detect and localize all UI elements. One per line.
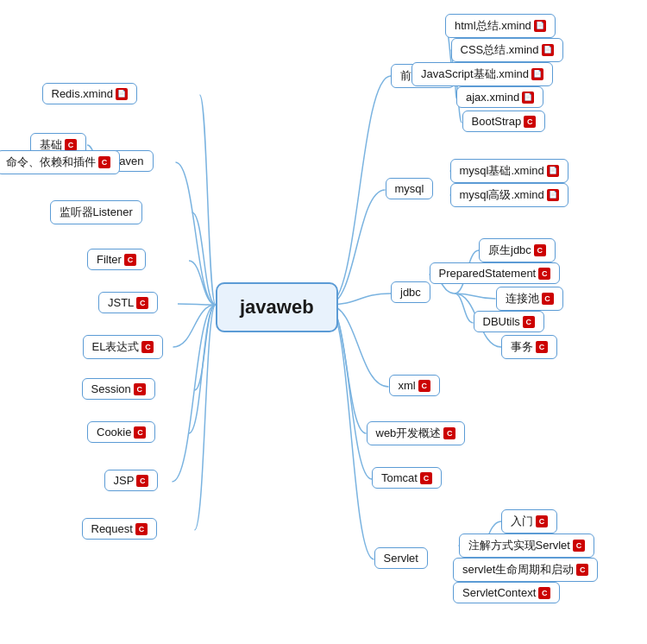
node-servlet-child-3[interactable]: ServletContextC — [453, 582, 560, 603]
node-frontend-child-2[interactable]: JavaScript基础.xmind📄 — [411, 62, 553, 86]
node-filter[interactable]: FilterC — [87, 249, 146, 270]
node-jdbc-child-2[interactable]: 连接池C — [496, 287, 563, 311]
node-tomcat[interactable]: TomcatC — [372, 467, 442, 489]
node-servlet-child-1[interactable]: 注解方式实现ServletC — [459, 534, 594, 558]
node-jdbc-child-4[interactable]: 事务C — [501, 335, 557, 359]
node-servlet-child-0[interactable]: 入门C — [501, 509, 557, 534]
node-frontend-child-0[interactable]: html总结.xmind📄 — [445, 14, 556, 38]
node-redis[interactable]: Redis.xmind📄 — [42, 83, 138, 104]
node-cookie[interactable]: CookieC — [87, 421, 155, 443]
node-frontend-child-4[interactable]: BootStrapC — [462, 110, 546, 132]
node-mysql-child-0[interactable]: mysql基础.xmind📄 — [450, 159, 568, 183]
node-jdbc-child-3[interactable]: DBUtilsC — [474, 311, 544, 332]
node-jsp[interactable]: JSPC — [104, 470, 159, 491]
node-jdbc-child-0[interactable]: 原生jdbcC — [479, 238, 556, 262]
node-jdbc[interactable]: jdbc — [391, 281, 430, 303]
node-el[interactable]: EL表达式C — [83, 335, 164, 359]
node-webdev[interactable]: web开发概述C — [367, 421, 466, 445]
node-session[interactable]: SessionC — [82, 378, 155, 400]
node-jstl[interactable]: JSTLC — [98, 292, 158, 313]
mindmap-container: javaweb前端知识html总结.xmind📄CSS总结.xmind📄Java… — [0, 0, 647, 644]
node-frontend-child-1[interactable]: CSS总结.xmind📄 — [451, 38, 563, 62]
center-node-label: javaweb — [216, 282, 338, 332]
node-jdbc-child-1[interactable]: PreparedStatementC — [430, 262, 561, 284]
node-servlet-child-2[interactable]: servlet生命周期和启动C — [453, 558, 598, 582]
node-request[interactable]: RequestC — [82, 518, 157, 540]
node-xml[interactable]: xmlC — [389, 375, 440, 396]
node-mysql[interactable]: mysql — [386, 178, 434, 199]
node-maven-child-1[interactable]: 命令、依赖和插件C — [0, 150, 120, 174]
node-mysql-child-1[interactable]: mysql高级.xmind📄 — [450, 183, 568, 207]
node-listener[interactable]: 监听器Listener — [50, 200, 142, 224]
node-servlet[interactable]: Servlet — [374, 547, 428, 569]
center-node[interactable]: javaweb — [216, 282, 338, 332]
node-frontend-child-3[interactable]: ajax.xmind📄 — [456, 86, 543, 108]
